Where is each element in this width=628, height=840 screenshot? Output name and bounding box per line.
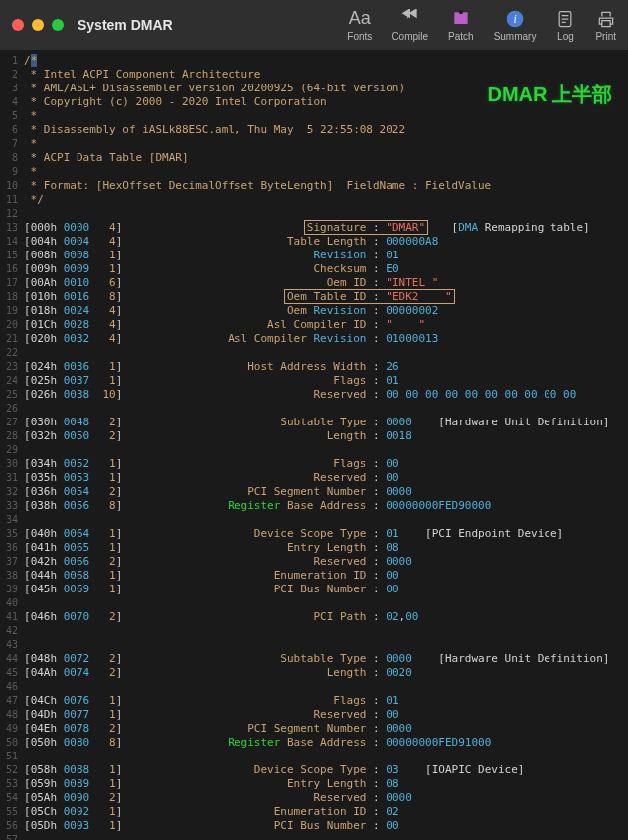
code-line[interactable]: 51 [0, 750, 628, 763]
compile-button[interactable]: Compile [392, 9, 428, 42]
code-content: [036h 0054 2] PCI Segment Number : 0000 [24, 485, 412, 499]
code-line[interactable]: 42 [0, 624, 628, 638]
compile-label: Compile [392, 31, 428, 42]
code-content: [05Dh 0093 1] PCI Bus Number : 00 [24, 819, 399, 833]
code-line[interactable]: 34 [0, 513, 628, 527]
code-content: [024h 0036 1] Host Address Width : 26 [24, 360, 399, 374]
code-line[interactable]: 7 * [0, 137, 628, 151]
code-line[interactable]: 55[05Ch 0092 1] Enumeration ID : 02 [0, 805, 628, 819]
code-line[interactable]: 1/* [0, 54, 628, 68]
line-number: 4 [0, 95, 24, 109]
code-content: [010h 0016 8] Oem Table ID : "EDK2 " [24, 290, 452, 304]
code-line[interactable]: 54[05Ah 0090 2] Reserved : 0000 [0, 791, 628, 805]
line-number: 18 [0, 290, 24, 304]
code-content: [008h 0008 1] Revision : 01 [24, 249, 399, 262]
fonts-button[interactable]: AaFonts [347, 9, 372, 42]
code-line[interactable]: 46 [0, 680, 628, 694]
code-line[interactable]: 22 [0, 346, 628, 360]
patch-button[interactable]: Patch [448, 9, 474, 42]
code-line[interactable]: 5 * [0, 109, 628, 123]
code-line[interactable]: 17[00Ah 0010 6] Oem ID : "INTEL " [0, 276, 628, 290]
editor[interactable]: DMAR 上半部 1/*2 * Intel ACPI Component Arc… [0, 50, 628, 840]
code-line[interactable]: 32[036h 0054 2] PCI Segment Number : 000… [0, 485, 628, 499]
line-number: 15 [0, 249, 24, 262]
log-button[interactable]: Log [555, 9, 575, 42]
code-line[interactable]: 52[058h 0088 1] Device Scope Type : 03 [… [0, 763, 628, 777]
code-line[interactable]: 56[05Dh 0093 1] PCI Bus Number : 00 [0, 819, 628, 833]
line-number: 29 [0, 443, 24, 457]
code-content: [01Ch 0028 4] Asl Compiler ID : " " [24, 318, 425, 332]
minimize-icon[interactable] [32, 19, 44, 31]
code-line[interactable]: 57 [0, 833, 628, 840]
code-line[interactable]: 31[035h 0053 1] Reserved : 00 [0, 471, 628, 485]
fonts-label: Fonts [347, 31, 372, 42]
code-line[interactable]: 33[038h 0056 8] Register Base Address : … [0, 499, 628, 513]
code-line[interactable]: 50[050h 0080 8] Register Base Address : … [0, 736, 628, 750]
line-number: 55 [0, 805, 24, 819]
code-line[interactable]: 11 */ [0, 193, 628, 207]
code-line[interactable]: 23[024h 0036 1] Host Address Width : 26 [0, 360, 628, 374]
code-line[interactable]: 9 * [0, 165, 628, 179]
code-content: * [24, 165, 37, 179]
code-line[interactable]: 20[01Ch 0028 4] Asl Compiler ID : " " [0, 318, 628, 332]
code-line[interactable]: 10 * Format: [HexOffset DecimalOffset By… [0, 179, 628, 193]
code-line[interactable]: 40 [0, 596, 628, 610]
line-number: 2 [0, 68, 24, 82]
code-line[interactable]: 14[004h 0004 4] Table Length : 000000A8 [0, 235, 628, 249]
code-line[interactable]: 26 [0, 402, 628, 416]
code-line[interactable]: 41[046h 0070 2] PCI Path : 02,00 [0, 610, 628, 624]
code-line[interactable]: 47[04Ch 0076 1] Flags : 01 [0, 694, 628, 708]
code-line[interactable]: 43 [0, 638, 628, 652]
line-number: 3 [0, 82, 24, 95]
code-line[interactable]: 25[026h 0038 10] Reserved : 00 00 00 00 … [0, 388, 628, 402]
code-line[interactable]: 27[030h 0048 2] Subtable Type : 0000 [Ha… [0, 416, 628, 429]
code-line[interactable]: 48[04Dh 0077 1] Reserved : 00 [0, 708, 628, 722]
code-content: [040h 0064 1] Device Scope Type : 01 [PC… [24, 527, 563, 541]
line-number: 50 [0, 736, 24, 750]
code-content: /* [24, 54, 37, 68]
code-content: [032h 0050 2] Length : 0018 [24, 429, 412, 443]
zoom-icon[interactable] [52, 19, 64, 31]
code-line[interactable]: 30[034h 0052 1] Flags : 00 [0, 457, 628, 471]
line-number: 23 [0, 360, 24, 374]
code-line[interactable]: 36[041h 0065 1] Entry Length : 08 [0, 541, 628, 555]
code-line[interactable]: 8 * ACPI Data Table [DMAR] [0, 151, 628, 165]
line-number: 43 [0, 638, 24, 652]
code-line[interactable]: 39[045h 0069 1] PCI Bus Number : 00 [0, 583, 628, 596]
code-line[interactable]: 49[04Eh 0078 2] PCI Segment Number : 000… [0, 722, 628, 736]
code-line[interactable]: 44[048h 0072 2] Subtable Type : 0000 [Ha… [0, 652, 628, 666]
code-content: [025h 0037 1] Flags : 01 [24, 374, 399, 388]
code-content: [009h 0009 1] Checksum : E0 [24, 262, 399, 276]
code-line[interactable]: 15[008h 0008 1] Revision : 01 [0, 249, 628, 262]
code-line[interactable]: 29 [0, 443, 628, 457]
toolbar: AaFonts Compile Patch iSummary Log Print [347, 9, 616, 42]
code-line[interactable]: 24[025h 0037 1] Flags : 01 [0, 374, 628, 388]
code-content: [046h 0070 2] PCI Path : 02,00 [24, 610, 418, 624]
code-line[interactable]: 28[032h 0050 2] Length : 0018 [0, 429, 628, 443]
code-line[interactable]: 12 [0, 207, 628, 221]
print-icon [596, 9, 616, 29]
close-icon[interactable] [12, 19, 24, 31]
code-line[interactable]: 35[040h 0064 1] Device Scope Type : 01 [… [0, 527, 628, 541]
line-number: 12 [0, 207, 24, 221]
watermark: DMAR 上半部 [487, 82, 612, 108]
code-line[interactable]: 19[018h 0024 4] Oem Revision : 00000002 [0, 304, 628, 318]
code-line[interactable]: 6 * Disassembly of iASLk88ESC.aml, Thu M… [0, 123, 628, 137]
code-line[interactable]: 16[009h 0009 1] Checksum : E0 [0, 262, 628, 276]
code-line[interactable]: 53[059h 0089 1] Entry Length : 08 [0, 777, 628, 791]
code-line[interactable]: 13[000h 0000 4] Signature : "DMAR" [DMA … [0, 221, 628, 235]
line-number: 46 [0, 680, 24, 694]
code-line[interactable]: 38[044h 0068 1] Enumeration ID : 00 [0, 569, 628, 583]
code-content: * [24, 109, 37, 123]
code-line[interactable]: 45[04Ah 0074 2] Length : 0020 [0, 666, 628, 680]
line-number: 56 [0, 819, 24, 833]
summary-button[interactable]: iSummary [494, 9, 537, 42]
code-line[interactable]: 2 * Intel ACPI Component Architecture [0, 68, 628, 82]
line-number: 37 [0, 555, 24, 569]
code-line[interactable]: 18[010h 0016 8] Oem Table ID : "EDK2 " [0, 290, 628, 304]
svg-text:i: i [513, 13, 516, 26]
code-line[interactable]: 37[042h 0066 2] Reserved : 0000 [0, 555, 628, 569]
code-line[interactable]: 21[020h 0032 4] Asl Compiler Revision : … [0, 332, 628, 346]
print-button[interactable]: Print [595, 9, 616, 42]
line-number: 49 [0, 722, 24, 736]
